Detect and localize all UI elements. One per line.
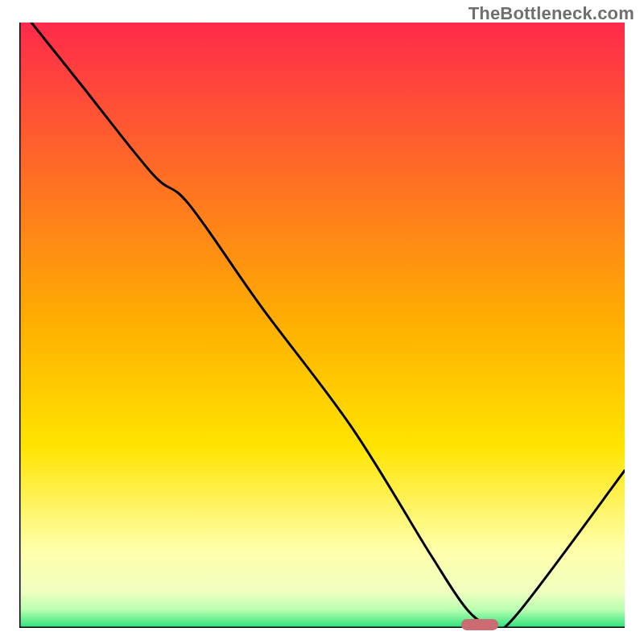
chart-container: TheBottleneck.com <box>0 0 644 644</box>
watermark-text: TheBottleneck.com <box>469 3 634 24</box>
bottleneck-chart-svg <box>19 23 625 628</box>
svg-rect-0 <box>19 23 625 628</box>
plot-area <box>19 23 625 628</box>
optimal-point-marker <box>461 619 498 630</box>
